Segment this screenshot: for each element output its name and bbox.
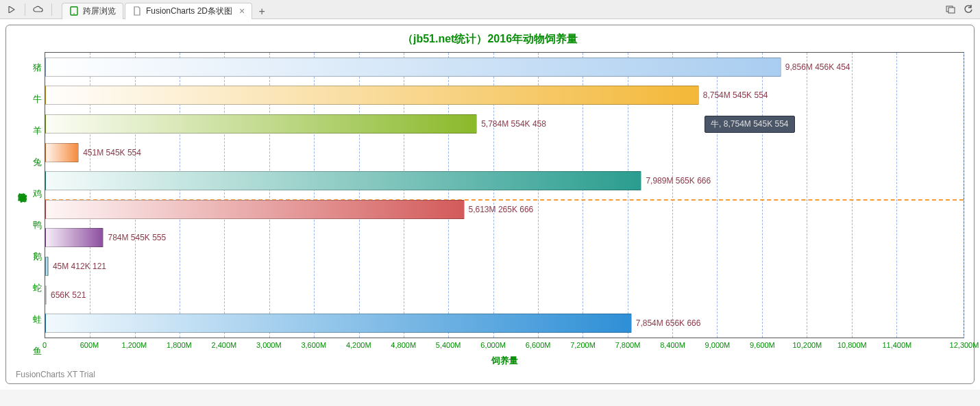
yaxis-title: 动物名称: [16, 52, 28, 367]
xaxis-tick-label: 4,200M: [346, 341, 371, 349]
xaxis-tick-label: 1,200M: [122, 341, 147, 349]
bar-value-label: 451M 545K 554: [83, 148, 141, 157]
xaxis-tick-label: 0: [42, 341, 47, 349]
xaxis-title: 饲养量: [45, 355, 964, 367]
bar-row: 784M 545K 555: [45, 227, 964, 249]
bar[interactable]: [45, 143, 79, 162]
xaxis-tick-label: 7,800M: [615, 341, 641, 349]
toolbar-separator: [51, 3, 52, 16]
bar-row: 5,784M 554K 458: [45, 113, 964, 135]
xaxis-tick-label: 1,800M: [167, 341, 192, 349]
xaxis-tick-label: 4,800M: [391, 341, 416, 349]
bar-value-label: 45M 412K 121: [53, 262, 106, 271]
page-content: （jb51.net统计）2016年动物饲养量 动物名称 猪牛羊兔鸡鸭鹅蛇蛙鱼 9…: [0, 19, 980, 390]
yaxis-tick-label: 猪: [28, 53, 42, 83]
xaxis-tick-label: 7,200M: [570, 341, 596, 349]
bar-row: 7,854M 656K 666: [45, 312, 964, 334]
bar-row: 5,613M 265K 666: [45, 199, 964, 220]
window-icon[interactable]: [943, 3, 958, 16]
xaxis-tick-label: 12,300M: [950, 341, 979, 349]
chart-body: 动物名称 猪牛羊兔鸡鸭鹅蛇蛙鱼 9,856M 456K 4548,754M 54…: [16, 52, 964, 367]
plot-area[interactable]: 9,856M 456K 4548,754M 545K 5545,784M 554…: [45, 52, 964, 338]
chart-title: （jb51.net统计）2016年动物饲养量: [16, 32, 964, 47]
cloud-icon[interactable]: [31, 3, 46, 16]
bar-row: 7,989M 565K 666: [45, 170, 964, 192]
xaxis-labels: 0600M1,200M1,800M2,400M3,000M3,600M4,200…: [45, 341, 964, 352]
toolbar-separator: [25, 3, 25, 16]
tab-cross-screen[interactable]: 跨屏浏览: [62, 3, 123, 19]
phone-icon: [69, 6, 79, 16]
tab-strip: 跨屏浏览 FusionCharts 2D条状图 × +: [62, 0, 940, 19]
yaxis-tick-label: 鸭: [28, 210, 42, 240]
xaxis-tick-label: 10,200M: [792, 341, 822, 349]
bar-row: 45M 412K 121: [45, 255, 964, 277]
bar[interactable]: [45, 114, 477, 134]
xaxis-tick-label: 2,400M: [211, 341, 236, 349]
yaxis-tick-label: 鹅: [28, 242, 42, 272]
bar-row: 656K 521: [45, 284, 964, 306]
xaxis-tick-label: 6,600M: [526, 341, 551, 349]
yaxis-tick-label: 兔: [28, 147, 42, 177]
bar[interactable]: [45, 314, 632, 333]
bar-value-label: 9,856M 456K 454: [785, 62, 850, 72]
bars-container: 9,856M 456K 4548,754M 545K 5545,784M 554…: [45, 53, 964, 338]
xaxis-tick-label: 5,400M: [436, 341, 461, 349]
yaxis-tick-label: 蛇: [28, 273, 42, 303]
xaxis-tick-label: 3,600M: [301, 341, 326, 349]
bar-value-label: 784M 545K 555: [108, 233, 166, 242]
bar-value-label: 7,854M 656K 666: [636, 318, 701, 328]
bar-value-label: 656K 521: [51, 290, 86, 300]
play-icon[interactable]: [4, 3, 19, 16]
yaxis-tick-label: 鸡: [28, 179, 42, 209]
toolbar-right: [943, 3, 976, 16]
close-icon[interactable]: ×: [239, 5, 245, 16]
xaxis-tick-label: 600M: [80, 341, 99, 349]
xaxis-tick-label: 8,400M: [660, 341, 685, 349]
yaxis-labels: 猪牛羊兔鸡鸭鹅蛇蛙鱼: [28, 52, 45, 367]
bar-value-label: 5,613M 265K 666: [469, 205, 534, 214]
bar-value-label: 7,989M 565K 666: [646, 176, 711, 186]
yaxis-tick-label: 鱼: [28, 336, 42, 366]
bar-value-label: 5,784M 554K 458: [481, 119, 546, 129]
xaxis-tick-label: 10,800M: [837, 341, 867, 349]
plot-area-wrap: 9,856M 456K 4548,754M 545K 5545,784M 554…: [45, 52, 964, 367]
yaxis-tick-label: 羊: [28, 116, 42, 146]
bar[interactable]: [45, 171, 641, 190]
svg-point-1: [73, 13, 75, 14]
bar[interactable]: [45, 200, 465, 219]
xaxis-tick-label: 6,000M: [480, 341, 506, 349]
bar[interactable]: [45, 286, 47, 305]
browser-toolbar: 跨屏浏览 FusionCharts 2D条状图 × +: [0, 0, 980, 19]
bar-value-label: 8,754M 545K 554: [703, 90, 768, 100]
xaxis-tick-label: 3,000M: [256, 341, 282, 349]
xaxis-tick-label: 9,600M: [750, 341, 775, 349]
bar[interactable]: [45, 86, 699, 105]
bar[interactable]: [45, 58, 781, 77]
tab-fusioncharts[interactable]: FusionCharts 2D条状图 ×: [125, 3, 252, 19]
xaxis-tick-label: 9,000M: [705, 341, 731, 349]
refresh-icon[interactable]: [961, 3, 976, 16]
tab-label: 跨屏浏览: [83, 5, 116, 17]
bar-row: 8,754M 545K 554: [45, 84, 964, 106]
svg-rect-3: [948, 8, 955, 13]
chart-container: （jb51.net统计）2016年动物饲养量 动物名称 猪牛羊兔鸡鸭鹅蛇蛙鱼 9…: [5, 25, 975, 384]
bar[interactable]: [45, 257, 49, 276]
new-tab-button[interactable]: +: [254, 4, 270, 19]
yaxis-tick-label: 牛: [28, 84, 42, 114]
tab-label: FusionCharts 2D条状图: [146, 5, 232, 17]
yaxis-tick-label: 蛙: [28, 305, 42, 335]
watermark-text: FusionCharts XT Trial: [16, 370, 964, 379]
bar-row: 9,856M 456K 454: [45, 56, 964, 78]
xaxis-tick-label: 11,400M: [882, 341, 911, 349]
page-icon: [132, 6, 142, 16]
bar[interactable]: [45, 228, 103, 247]
bar-row: 451M 545K 554: [45, 142, 964, 164]
